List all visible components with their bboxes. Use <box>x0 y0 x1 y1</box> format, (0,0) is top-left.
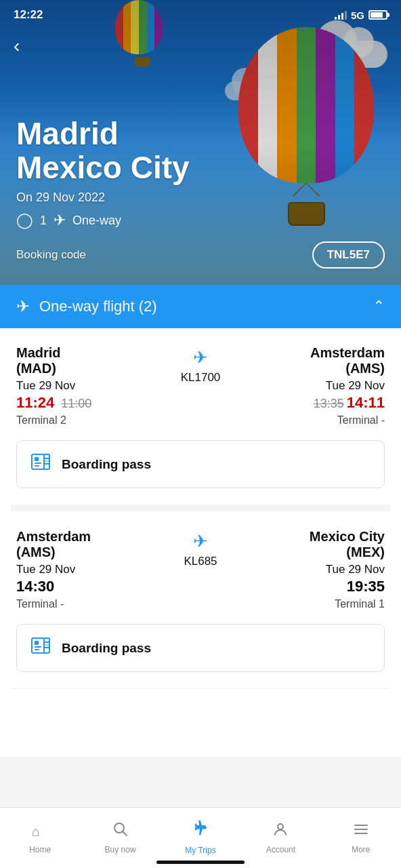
dest-terminal-2: Terminal 1 <box>234 598 385 610</box>
boarding-pass-label-2: Boarding pass <box>62 641 151 656</box>
svg-rect-3 <box>35 457 39 461</box>
flight-section-title: One-way flight (2) <box>39 298 157 315</box>
dest-date-2: Tue 29 Nov <box>234 563 385 576</box>
nav-item-buynow[interactable]: Buy now <box>80 814 160 854</box>
flight-middle-2: ✈ KL685 <box>167 528 234 568</box>
flight-card-2: Amsterdam (AMS) Tue 29 Nov 14:30 Termina… <box>11 512 390 689</box>
origin-date-1: Tue 29 Nov <box>16 379 167 393</box>
dest-terminal-1: Terminal - <box>234 414 385 427</box>
nav-label-buynow: Buy now <box>105 845 136 854</box>
flight-plane-icon-1: ✈ <box>193 347 208 368</box>
booking-label: Booking code <box>16 248 86 262</box>
flight-section-left: ✈ One-way flight (2) <box>16 297 157 316</box>
nav-label-account: Account <box>266 845 295 854</box>
origin-terminal-2: Terminal - <box>16 598 167 610</box>
status-icons: 5G <box>335 9 387 21</box>
dest-time-updated-1: 14:11 <box>347 394 385 412</box>
hero-title: Madrid Mexico City <box>16 117 385 185</box>
nav-item-mytrips[interactable]: My Trips <box>161 814 240 855</box>
nav-item-account[interactable]: Account <box>240 814 320 854</box>
origin-time-updated-1: 11:24 <box>16 394 54 412</box>
nav-item-more[interactable]: More <box>321 814 401 854</box>
flight-card-1: Madrid (MAD) Tue 29 Nov 11:24 11:00 Term… <box>11 328 390 505</box>
passenger-count: 1 <box>40 214 47 228</box>
battery-icon <box>368 10 387 20</box>
svg-text:⌂: ⌂ <box>32 824 40 837</box>
dest-city-2: Mexico City <box>234 528 385 545</box>
flight-origin-1: Madrid (MAD) Tue 29 Nov 11:24 11:00 Term… <box>16 344 167 427</box>
flight-route-1: Madrid (MAD) Tue 29 Nov 11:24 11:00 Term… <box>16 344 385 427</box>
svg-rect-12 <box>35 646 41 648</box>
flight-number-1: KL1700 <box>181 371 221 384</box>
dest-city-1: Amsterdam <box>234 344 385 361</box>
passenger-icon: ◯ <box>16 212 33 229</box>
origin-code-2: (AMS) <box>16 545 167 560</box>
nav-label-more: More <box>352 845 370 854</box>
dest-time-original-1: 13:35 <box>314 397 344 411</box>
dest-time-2: 19:35 <box>234 578 385 595</box>
search-icon <box>112 821 129 842</box>
flight-destination-1: Amsterdam (AMS) Tue 29 Nov 13:35 14:11 T… <box>234 344 385 427</box>
hero-date: On 29 Nov 2022 <box>16 191 385 205</box>
svg-rect-4 <box>35 462 41 464</box>
signal-icon <box>335 10 347 20</box>
flight-section-header[interactable]: ✈ One-way flight (2) ⌃ <box>0 285 401 328</box>
flight-destination-2: Mexico City (MEX) Tue 29 Nov 19:35 Termi… <box>234 528 385 610</box>
origin-city-1: Madrid <box>16 344 167 361</box>
hero-meta: ◯ 1 ✈ One-way <box>16 212 385 229</box>
origin-time-original-1: 11:00 <box>61 397 91 411</box>
svg-rect-2 <box>32 454 44 469</box>
flight-middle-1: ✈ KL1700 <box>167 344 234 384</box>
trip-type: One-way <box>72 214 121 228</box>
svg-rect-10 <box>32 638 44 653</box>
network-label: 5G <box>351 9 364 21</box>
flight-origin-2: Amsterdam (AMS) Tue 29 Nov 14:30 Termina… <box>16 528 167 610</box>
origin-date-2: Tue 29 Nov <box>16 563 167 576</box>
bottom-nav: ⌂ Home Buy now My Trips A <box>0 807 401 868</box>
svg-rect-6 <box>44 454 49 469</box>
origin-code-1: (MAD) <box>16 361 167 376</box>
hero-content: Madrid Mexico City On 29 Nov 2022 ◯ 1 ✈ … <box>0 117 401 285</box>
home-indicator <box>156 861 245 864</box>
svg-rect-14 <box>44 638 49 653</box>
boarding-pass-button-1[interactable]: Boarding pass <box>16 440 385 488</box>
svg-rect-5 <box>35 465 39 467</box>
flight-separator <box>11 505 390 512</box>
plane-nav-icon <box>192 821 209 842</box>
hero-booking: Booking code TNL5E7 <box>16 241 385 269</box>
boarding-pass-button-2[interactable]: Boarding pass <box>16 624 385 672</box>
flight-plane-icon-2: ✈ <box>193 531 208 552</box>
origin-terminal-1: Terminal 2 <box>16 414 167 427</box>
origin-city-2: Amsterdam <box>16 528 167 545</box>
menu-icon <box>353 821 369 842</box>
dest-code-2: (MEX) <box>234 545 385 560</box>
boarding-pass-label-1: Boarding pass <box>62 457 151 472</box>
svg-point-21 <box>278 824 283 829</box>
origin-time-row-1: 11:24 11:00 <box>16 393 167 412</box>
account-icon <box>272 821 289 842</box>
status-bar: 12:22 5G <box>0 0 401 30</box>
dest-date-1: Tue 29 Nov <box>234 379 385 393</box>
flight-type-icon: ✈ <box>54 212 66 229</box>
booking-code: TNL5E7 <box>312 241 385 269</box>
home-icon: ⌂ <box>32 821 48 842</box>
boarding-pass-icon-2 <box>30 635 51 660</box>
nav-item-home[interactable]: ⌂ Home <box>0 814 80 854</box>
flight-number-2: KL685 <box>184 555 217 568</box>
back-button[interactable]: ‹ <box>14 35 20 57</box>
svg-rect-11 <box>35 641 39 645</box>
svg-line-20 <box>123 832 127 836</box>
origin-time-2: 14:30 <box>16 578 167 595</box>
hero-section: Madrid Mexico City On 29 Nov 2022 ◯ 1 ✈ … <box>0 0 401 285</box>
dest-time-row-1: 13:35 14:11 <box>234 393 385 412</box>
chevron-up-icon: ⌃ <box>373 298 385 315</box>
dest-code-1: (AMS) <box>234 361 385 376</box>
status-time: 12:22 <box>14 8 43 22</box>
flight-route-2: Amsterdam (AMS) Tue 29 Nov 14:30 Termina… <box>16 528 385 610</box>
nav-label-home: Home <box>29 845 51 854</box>
plane-icon: ✈ <box>16 297 30 316</box>
svg-rect-13 <box>35 649 39 650</box>
boarding-pass-icon-1 <box>30 452 51 477</box>
flight-cards: Madrid (MAD) Tue 29 Nov 11:24 11:00 Term… <box>0 328 401 757</box>
nav-label-mytrips: My Trips <box>185 846 215 855</box>
